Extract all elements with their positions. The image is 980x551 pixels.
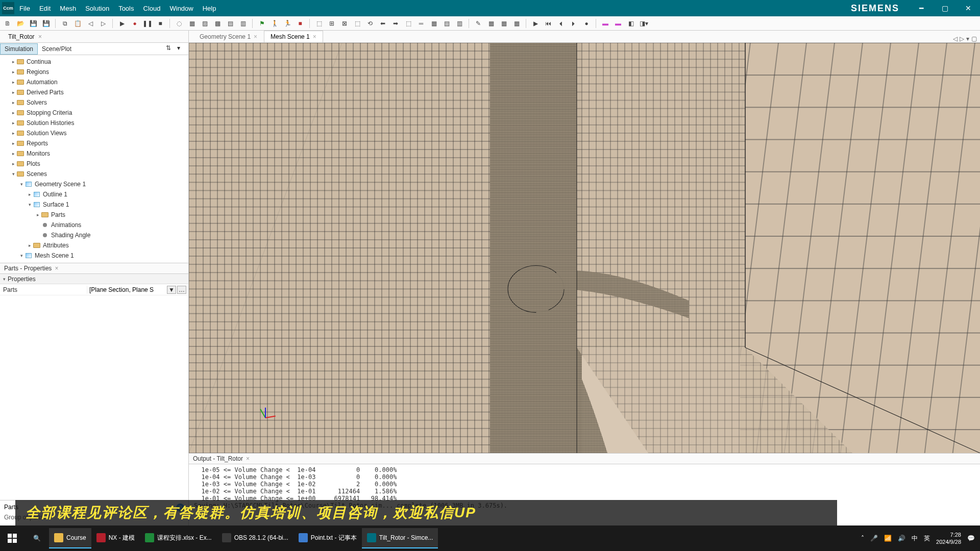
run-icon[interactable]: ▶ — [117, 19, 127, 28]
tree-item[interactable]: ▸Automation — [0, 77, 188, 87]
tree-twisty-icon[interactable]: ▸ — [10, 90, 16, 95]
menu-tools[interactable]: Tools — [118, 5, 134, 12]
tree-twisty-icon[interactable]: ▸ — [35, 212, 41, 217]
stop2-icon[interactable]: ■ — [296, 19, 305, 28]
open-icon[interactable]: 📂 — [16, 19, 25, 28]
tray-ime2[interactable]: 英 — [924, 534, 930, 543]
notifications-icon[interactable]: 💬 — [967, 535, 975, 542]
taskbar-item[interactable]: Tilt_Rotor - Simce... — [362, 528, 438, 548]
tree-item[interactable]: ▸Solution Views — [0, 128, 188, 138]
tree-twisty-icon[interactable]: ▸ — [10, 100, 16, 105]
sim-tab[interactable]: Tilt_Rotor × — [4, 32, 46, 42]
menu-mesh[interactable]: Mesh — [60, 5, 76, 12]
tray-chevron-icon[interactable]: ˄ — [861, 535, 864, 542]
taskbar-item[interactable]: OBS 28.1.2 (64-bi... — [217, 528, 293, 548]
browse-button[interactable]: … — [177, 286, 186, 294]
tab-scene-plot[interactable]: Scene/Plot — [38, 44, 76, 54]
minimize-button[interactable]: ━ — [910, 0, 933, 16]
grid-icon[interactable]: ▦ — [429, 19, 438, 28]
mesh-tool2-icon[interactable]: ▦ — [187, 19, 197, 28]
undo-icon[interactable]: ◁ — [86, 19, 95, 28]
tree-item[interactable]: ▸Continua — [0, 57, 188, 67]
flag-icon[interactable]: ⚑ — [257, 19, 266, 28]
tray-ime1[interactable]: 中 — [912, 534, 918, 543]
tree-twisty-icon[interactable]: ▸ — [10, 131, 16, 136]
tree-twisty-icon[interactable]: ▸ — [10, 110, 16, 115]
view-tool2-icon[interactable]: ⊞ — [327, 19, 336, 28]
color-tool2-icon[interactable]: ▬ — [614, 19, 623, 28]
grid2-icon[interactable]: ▤ — [442, 19, 451, 28]
tree-twisty-icon[interactable]: ▸ — [10, 69, 16, 74]
tree-twisty-icon[interactable]: ▸ — [10, 141, 16, 146]
view-tool6-icon[interactable]: ⬅ — [378, 19, 387, 28]
play-first-icon[interactable]: ⏮ — [544, 19, 553, 28]
taskbar-item[interactable]: 课程安排.xlsx - Ex... — [140, 528, 217, 548]
simulation-tree[interactable]: ▸Continua▸Regions▸Automation▸Derived Par… — [0, 55, 188, 263]
edit-tool4-icon[interactable]: ▦ — [512, 19, 521, 28]
tray-sound-icon[interactable]: 🔊 — [898, 535, 905, 542]
view-tool3-icon[interactable]: ⊠ — [340, 19, 349, 28]
mesh-tool6-icon[interactable]: ▥ — [238, 19, 248, 28]
mesh-tool5-icon[interactable]: ▤ — [226, 19, 235, 28]
close-icon[interactable]: × — [313, 33, 316, 40]
menu-solution[interactable]: Solution — [85, 5, 109, 12]
view-tool9-icon[interactable]: ═ — [416, 19, 426, 28]
tree-item[interactable]: ▸Reports — [0, 138, 188, 148]
tree-item[interactable]: ▸Parts — [0, 210, 188, 220]
grid3-icon[interactable]: ▥ — [455, 19, 464, 28]
view-tool5-icon[interactable]: ⟲ — [365, 19, 375, 28]
tree-item[interactable]: ▸Attributes — [0, 240, 188, 251]
play-back-icon[interactable]: ⏴ — [556, 19, 566, 28]
save-icon[interactable]: 💾 — [29, 19, 38, 28]
taskbar-item[interactable]: Point.txt - 记事本 — [293, 528, 362, 548]
view-tool7-icon[interactable]: ➡ — [391, 19, 400, 28]
close-icon[interactable]: × — [55, 265, 58, 272]
close-button[interactable]: ✕ — [957, 0, 980, 16]
pause-icon[interactable]: ❚❚ — [143, 19, 152, 28]
edit-tool3-icon[interactable]: ▦ — [499, 19, 508, 28]
tree-twisty-icon[interactable]: ▾ — [10, 171, 16, 177]
property-value-input[interactable] — [89, 286, 166, 294]
record-icon[interactable]: ● — [130, 19, 139, 28]
search-icon[interactable]: 🔍 — [24, 525, 49, 551]
runner-icon[interactable]: 🏃 — [283, 19, 292, 28]
tree-item[interactable]: ▸Solution Histories — [0, 118, 188, 128]
tree-twisty-icon[interactable]: ▸ — [27, 192, 33, 197]
menu-cloud[interactable]: Cloud — [143, 5, 161, 12]
tree-item[interactable]: ▸Outline 1 — [0, 189, 188, 199]
color-tool3-icon[interactable]: ◧ — [626, 19, 635, 28]
dropdown-button[interactable]: ▼ — [167, 286, 176, 294]
view-tool8-icon[interactable]: ⬚ — [404, 19, 413, 28]
tab-geometry-scene[interactable]: Geometry Scene 1× — [193, 31, 264, 42]
menu-edit[interactable]: Edit — [39, 5, 51, 12]
color-tool1-icon[interactable]: ▬ — [601, 19, 610, 28]
nav-max-icon[interactable]: ▢ — [971, 35, 977, 42]
view-tool-icon[interactable]: ⬚ — [314, 19, 324, 28]
nav-prev-icon[interactable]: ◁ — [953, 35, 958, 42]
properties-section-header[interactable]: Properties — [0, 274, 188, 284]
color-tool4-icon[interactable]: ◨▾ — [639, 19, 648, 28]
save-all-icon[interactable]: 💾 — [41, 19, 51, 28]
taskbar-item[interactable]: NX - 建模 — [91, 528, 140, 548]
tree-menu-icon[interactable]: ▾ — [177, 44, 186, 54]
tree-twisty-icon[interactable]: ▸ — [10, 151, 16, 156]
tab-mesh-scene[interactable]: Mesh Scene 1× — [264, 31, 323, 42]
tree-item[interactable]: ▸Derived Parts — [0, 87, 188, 97]
start-button[interactable] — [0, 525, 24, 551]
stop-icon[interactable]: ■ — [156, 19, 165, 28]
tree-item[interactable]: ▾Geometry Scene 1 — [0, 179, 188, 189]
play-fwd-icon[interactable]: ⏵ — [569, 19, 578, 28]
tree-item[interactable]: ▸Regions — [0, 67, 188, 77]
tree-twisty-icon[interactable]: ▾ — [27, 202, 33, 207]
person-icon[interactable]: 🚶 — [270, 19, 279, 28]
tree-twisty-icon[interactable]: ▸ — [10, 161, 16, 166]
tree-item[interactable]: Shading Angle — [0, 230, 188, 240]
tree-item[interactable]: ▾Surface 1 — [0, 199, 188, 210]
copy-icon[interactable]: ⧉ — [60, 19, 69, 28]
menu-file[interactable]: File — [19, 5, 30, 12]
nav-next-icon[interactable]: ▷ — [960, 35, 964, 42]
tree-item[interactable]: ▸Monitors — [0, 148, 188, 159]
tray-wifi-icon[interactable]: 📶 — [884, 535, 892, 542]
maximize-button[interactable]: ▢ — [933, 0, 957, 16]
tab-simulation[interactable]: Simulation — [0, 43, 38, 55]
